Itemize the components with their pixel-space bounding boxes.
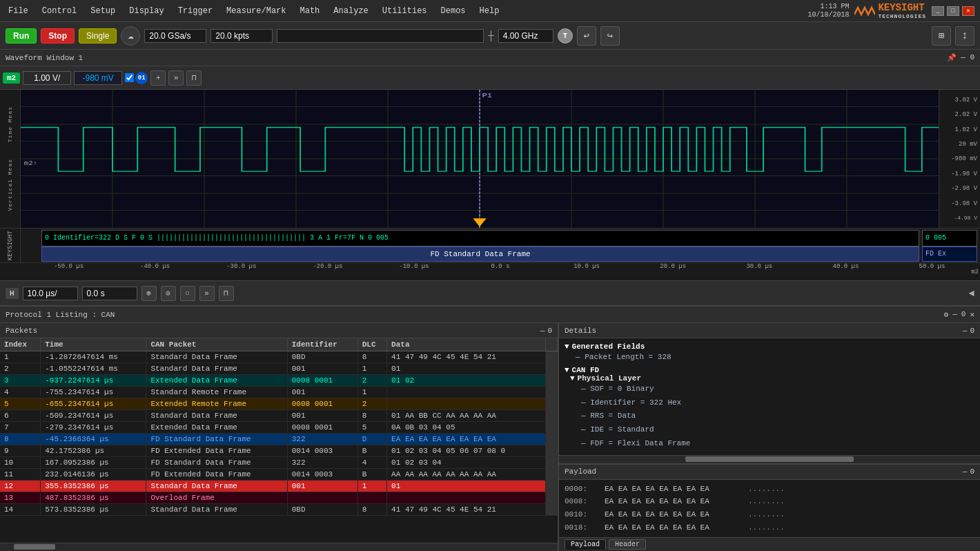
undo-button[interactable]: ↩ bbox=[577, 26, 596, 46]
menu-item-help[interactable]: Help bbox=[477, 5, 502, 17]
time-label-1: -40.0 µs bbox=[140, 263, 170, 270]
y-axis-left-labels: Time Meas Vertical Meas bbox=[0, 90, 21, 228]
pan-button[interactable]: ⊙ bbox=[161, 286, 176, 301]
pin-icon[interactable]: 📌 bbox=[947, 53, 957, 62]
payload-tab-header[interactable]: Header bbox=[609, 539, 646, 550]
zoom-fit-button[interactable]: ⊕ bbox=[141, 286, 157, 301]
table-row[interactable]: 2-1.0552247614 msStandard Data Frame0011… bbox=[0, 363, 558, 375]
volt-scale-input[interactable] bbox=[23, 71, 71, 85]
waveform-header-controls[interactable]: 📌 — 0 bbox=[947, 53, 974, 62]
packets-header-controls[interactable]: — 0 bbox=[540, 327, 552, 335]
vertical-meas-label: Vertical Meas bbox=[7, 159, 13, 211]
protocol-header-controls[interactable]: ⚙ — 0 ✕ bbox=[944, 310, 974, 319]
table-row[interactable]: 10167.0952386 µsFD Standard Data Frame32… bbox=[0, 457, 558, 469]
payload-tab-payload[interactable]: Payload bbox=[565, 539, 606, 550]
packets-label: Packets bbox=[6, 327, 37, 335]
table-row[interactable]: 942.1752386 µsFD Extended Data Frame0014… bbox=[0, 445, 558, 457]
table-row[interactable]: 11232.0146136 µsFD Extended Data Frame00… bbox=[0, 469, 558, 481]
table-cell: FD Standard Data Frame bbox=[146, 434, 287, 445]
channel-label[interactable]: m2 bbox=[3, 72, 20, 84]
table-row[interactable]: 1-1.2872647614 msStandard Data Frame0BD8… bbox=[0, 351, 558, 363]
table-row[interactable]: 6-509.2347614 µsStandard Data Frame00180… bbox=[0, 410, 558, 422]
table-row[interactable]: 4-755.2347614 µsStandard Remote Frame001… bbox=[0, 387, 558, 398]
menu-item-utilities[interactable]: Utilities bbox=[380, 5, 430, 17]
table-row[interactable]: 8-45.2366364 µsFD Standard Data Frame322… bbox=[0, 434, 558, 445]
minimize-button[interactable]: _ bbox=[932, 6, 944, 16]
menu-item-control[interactable]: Control bbox=[39, 5, 79, 17]
table-row[interactable]: 13487.8352386 µsOverload Frame bbox=[0, 492, 558, 504]
packets-table[interactable]: Index Time CAN Packet Identifier DLC Dat… bbox=[0, 338, 558, 543]
details-scrollbar[interactable] bbox=[559, 455, 980, 463]
forward-button[interactable]: » bbox=[168, 70, 184, 86]
generated-fields-section: ▼ Generated Fields — Packet Length = 328 bbox=[565, 342, 974, 365]
close-protocol-button[interactable]: ✕ bbox=[970, 310, 974, 319]
table-row[interactable]: 5-655.2347614 µsExtended Remote Frame000… bbox=[0, 398, 558, 410]
frequency-input[interactable] bbox=[498, 29, 553, 43]
payload-tabs[interactable]: Payload Header bbox=[559, 537, 980, 551]
fast-forward-button[interactable]: » bbox=[199, 286, 215, 301]
packets-scrollbar[interactable] bbox=[0, 543, 558, 551]
waveform-header: Waveform Window 1 📌 — 0 bbox=[0, 50, 980, 66]
table-cell: 9 bbox=[0, 445, 41, 457]
menu-item-math[interactable]: Math bbox=[297, 5, 323, 17]
sample-rate-input[interactable] bbox=[144, 29, 206, 43]
physical-layer-header[interactable]: ▼ Physical Layer bbox=[570, 374, 974, 383]
run-button[interactable]: Run bbox=[6, 28, 37, 44]
y-label-5: -1.98 V bbox=[942, 171, 977, 177]
display-options-button[interactable]: ⊞ bbox=[932, 26, 951, 46]
can-fd-label: CAN FD bbox=[572, 366, 600, 374]
packets-scroll-thumb[interactable] bbox=[14, 544, 55, 550]
table-scrollbar[interactable] bbox=[546, 351, 558, 516]
table-row[interactable]: 7-279.2347614 µsExtended Data Frame0008 … bbox=[0, 422, 558, 434]
payload-header-controls[interactable]: — 0 bbox=[963, 467, 974, 476]
menu-item-demos[interactable]: Demos bbox=[438, 5, 469, 17]
channel-checkbox[interactable] bbox=[125, 73, 134, 82]
time-scale-input[interactable] bbox=[23, 287, 78, 300]
table-cell: 1 bbox=[0, 351, 41, 363]
generated-fields-header[interactable]: ▼ Generated Fields bbox=[565, 342, 974, 351]
menu-item-trigger[interactable]: Trigger bbox=[175, 5, 215, 17]
menu-item-analyze[interactable]: Analyze bbox=[331, 5, 371, 17]
snap-time-button[interactable]: ⊓ bbox=[219, 286, 234, 301]
maximize-button[interactable]: □ bbox=[947, 6, 959, 16]
details-pin-icon[interactable]: — bbox=[963, 327, 968, 335]
details-scroll-thumb[interactable] bbox=[685, 456, 854, 462]
offset-input[interactable] bbox=[74, 71, 122, 85]
cursor-tool-button[interactable]: ↕ bbox=[955, 26, 974, 46]
snap-button[interactable]: ⊓ bbox=[186, 70, 202, 86]
waveform-canvas[interactable]: P1 m2↑ bbox=[21, 90, 939, 228]
close-button[interactable]: ✕ bbox=[962, 6, 974, 16]
stop-button[interactable]: Stop bbox=[41, 28, 75, 44]
menu-item-file[interactable]: File bbox=[6, 5, 31, 17]
cloud-icon[interactable]: ☁ bbox=[121, 26, 140, 46]
menu-bar[interactable]: FileControlSetupDisplayTriggerMeasure/Ma… bbox=[6, 5, 502, 17]
waveform-title: Waveform Window 1 bbox=[6, 54, 83, 62]
details-header-controls[interactable]: — 0 bbox=[963, 327, 974, 335]
payload-window-num: 0 bbox=[970, 467, 974, 476]
packets-pin-icon[interactable]: — bbox=[540, 327, 545, 335]
table-row[interactable]: 14573.8352386 µsStandard Data Frame0BD84… bbox=[0, 504, 558, 516]
payload-row: 0000: EA EA EA EA EA EA EA EA ........ bbox=[565, 483, 974, 496]
identifier-item: — Identifier = 322 Hex bbox=[570, 396, 974, 410]
menu-item-measure-mark[interactable]: Measure/Mark bbox=[224, 5, 288, 17]
pin-icon-2[interactable]: — bbox=[952, 310, 957, 319]
menu-item-setup[interactable]: Setup bbox=[88, 5, 118, 17]
lock-button[interactable]: ○ bbox=[180, 286, 195, 301]
memory-depth-input[interactable] bbox=[210, 29, 273, 43]
nav-prev-button[interactable]: ◄ bbox=[969, 288, 974, 299]
payload-pin-icon[interactable]: — bbox=[963, 467, 968, 476]
table-cell: 8 bbox=[357, 351, 386, 363]
table-row[interactable]: 3-937.2247614 µsExtended Data Frame0008 … bbox=[0, 375, 558, 387]
can-fd-header[interactable]: ▼ CAN FD bbox=[565, 366, 974, 374]
packets-tbody[interactable]: 1-1.2872647614 msStandard Data Frame0BD8… bbox=[0, 351, 558, 516]
trigger-search-input[interactable] bbox=[277, 29, 484, 43]
plus-button[interactable]: + bbox=[150, 70, 166, 86]
table-row[interactable]: 12355.8352386 µsStandard Data Frame00110… bbox=[0, 481, 558, 492]
single-button[interactable]: Single bbox=[79, 28, 117, 44]
time-offset-input[interactable] bbox=[82, 287, 137, 300]
trigger-level-button[interactable]: T bbox=[558, 28, 573, 44]
menu-item-display[interactable]: Display bbox=[126, 5, 166, 17]
window-controls[interactable]: _ □ ✕ bbox=[932, 6, 974, 16]
redo-button[interactable]: ↪ bbox=[600, 26, 620, 46]
settings-icon[interactable]: ⚙ bbox=[944, 310, 949, 319]
